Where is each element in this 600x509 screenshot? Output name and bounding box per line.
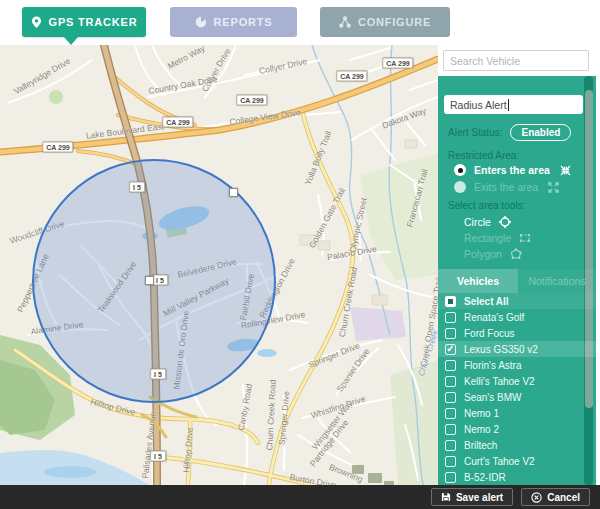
alert-status-label: Alert Status: <box>448 127 502 138</box>
alert-status-toggle[interactable]: Enabled <box>510 124 571 141</box>
map-canvas[interactable]: Valleyridge DriveMetro WayCountry Oak Dr… <box>0 45 438 485</box>
vehicle-label: Nemo 1 <box>464 408 499 419</box>
vehicle-label: B-52-IDR <box>464 472 506 483</box>
vehicle-label: Briltech <box>464 440 497 451</box>
vehicle-row[interactable]: Nemo 2 <box>438 421 596 437</box>
tab-configure-label: CONFIGURE <box>358 16 431 28</box>
vehicle-checkbox[interactable] <box>445 440 456 451</box>
alert-panel: Radius Alert Alert Status: Enabled Restr… <box>438 76 596 485</box>
tab-configure[interactable]: CONFIGURE <box>320 7 450 37</box>
search-input[interactable] <box>443 50 589 71</box>
vehicle-row[interactable]: Renata's Golf <box>438 309 596 325</box>
footer-bar: Save alert Cancel <box>0 485 600 509</box>
sidebar: Radius Alert Alert Status: Enabled Restr… <box>438 45 600 485</box>
vehicle-checkbox[interactable] <box>445 456 456 467</box>
radio-dot <box>458 168 463 173</box>
highway-shield: I 5 <box>150 369 166 380</box>
sidebar-tabs: Vehicles Notifications <box>438 269 596 293</box>
circle-tool-icon <box>499 216 511 228</box>
vehicle-checkbox[interactable] <box>445 424 456 435</box>
highway-shield: CA 299 <box>382 58 413 69</box>
vehicle-checkbox[interactable]: ✓ <box>445 344 456 355</box>
circle-center-handle[interactable] <box>145 276 154 285</box>
vehicle-row[interactable]: Sean's BMW <box>438 389 596 405</box>
cancel-icon <box>531 492 542 503</box>
vehicle-row[interactable]: Florin's Astra <box>438 357 596 373</box>
expand-arrows-icon <box>548 182 559 193</box>
cancel-label: Cancel <box>547 492 580 503</box>
tool-rectangle-label: Rectangle <box>464 232 511 244</box>
vehicle-label: Kelli's Tahoe V2 <box>464 376 535 387</box>
vehicle-checkbox[interactable] <box>445 312 456 323</box>
highway-shield: CA 299 <box>236 95 267 106</box>
vehicle-row[interactable]: Briltech <box>438 437 596 453</box>
tool-polygon[interactable]: Polygon <box>464 248 522 260</box>
highway-shield: I 5 <box>152 275 168 286</box>
polygon-tool-icon <box>510 248 522 260</box>
app-window: GPS TRACKER REPORTS CONFIGURE <box>0 0 600 509</box>
vehicle-checkbox[interactable] <box>445 408 456 419</box>
save-icon <box>441 492 451 502</box>
vehicle-checkbox[interactable] <box>445 392 456 403</box>
highway-shield: CA 299 <box>42 142 73 153</box>
vehicle-label: Florin's Astra <box>464 360 521 371</box>
vehicle-label: Renata's Golf <box>464 312 524 323</box>
tab-gps-tracker[interactable]: GPS TRACKER <box>22 7 146 37</box>
alert-name-input[interactable]: Radius Alert <box>444 95 583 114</box>
tab-reports[interactable]: REPORTS <box>170 7 297 37</box>
enters-area-radio[interactable] <box>454 164 466 176</box>
vehicle-row[interactable]: Curt's Tahoe V2 <box>438 453 596 469</box>
circle-resize-handle[interactable] <box>229 188 238 197</box>
rectangle-tool-icon <box>519 232 531 244</box>
tool-circle[interactable]: Circle <box>464 216 511 228</box>
tool-rectangle[interactable]: Rectangle <box>464 232 531 244</box>
restricted-area-label: Restricted Area: <box>448 150 519 161</box>
vehicle-label: Curt's Tahoe V2 <box>464 456 535 467</box>
cancel-button[interactable]: Cancel <box>521 488 590 506</box>
compress-arrows-icon <box>560 165 571 176</box>
highway-shield: CA 299 <box>336 71 367 82</box>
search-bar <box>438 45 600 76</box>
select-all-label: Select All <box>464 296 509 307</box>
highway-shield: CA 299 <box>162 117 193 128</box>
highway-shield: I 5 <box>150 451 166 462</box>
tab-vehicles[interactable]: Vehicles <box>438 269 518 293</box>
save-alert-button[interactable]: Save alert <box>431 488 513 506</box>
select-all-checkbox[interactable] <box>445 296 456 307</box>
vehicle-checkbox[interactable] <box>445 376 456 387</box>
exits-area-label: Exits the area <box>474 181 538 193</box>
tool-circle-label: Circle <box>464 216 491 228</box>
vehicle-row[interactable]: B-52-IDR <box>438 469 596 485</box>
tool-polygon-label: Polygon <box>464 248 502 260</box>
vehicle-label: Lexus GS350 v2 <box>464 344 538 355</box>
text-caret <box>508 99 509 111</box>
share-network-icon <box>339 16 351 28</box>
exits-area-radio[interactable] <box>454 181 466 193</box>
tab-reports-label: REPORTS <box>214 16 273 28</box>
vehicle-label: Nemo 2 <box>464 424 499 435</box>
vehicle-label: Ford Focus <box>464 328 515 339</box>
vehicle-checkbox[interactable] <box>445 328 456 339</box>
top-nav: GPS TRACKER REPORTS CONFIGURE <box>0 0 600 45</box>
save-alert-label: Save alert <box>456 492 503 503</box>
enters-area-label: Enters the area <box>474 164 550 176</box>
map-shields: CA 299CA 299CA 299CA 299CA 299I 5I 5I 5I… <box>0 45 438 485</box>
vehicle-checkbox[interactable] <box>445 472 456 483</box>
alert-name-value: Radius Alert <box>450 99 507 111</box>
pie-chart-icon <box>195 16 207 28</box>
vehicle-row[interactable]: ✓Lexus GS350 v2 <box>438 341 596 357</box>
map-pin-icon <box>31 16 42 29</box>
vehicle-list: Select All Renata's GolfFord Focus✓Lexus… <box>438 293 596 485</box>
vehicle-checkbox[interactable] <box>445 360 456 371</box>
highway-shield: I 5 <box>129 182 145 193</box>
vehicle-label: Sean's BMW <box>464 392 521 403</box>
vehicle-row[interactable]: Nemo 1 <box>438 405 596 421</box>
area-tools-label: Select area tools: <box>448 200 525 211</box>
select-all-row[interactable]: Select All <box>438 293 596 309</box>
tab-notifications[interactable]: Notifications <box>518 269 596 293</box>
tab-gps-tracker-label: GPS TRACKER <box>49 16 138 28</box>
vehicle-row[interactable]: Ford Focus <box>438 325 596 341</box>
vehicle-row[interactable]: Kelli's Tahoe V2 <box>438 373 596 389</box>
